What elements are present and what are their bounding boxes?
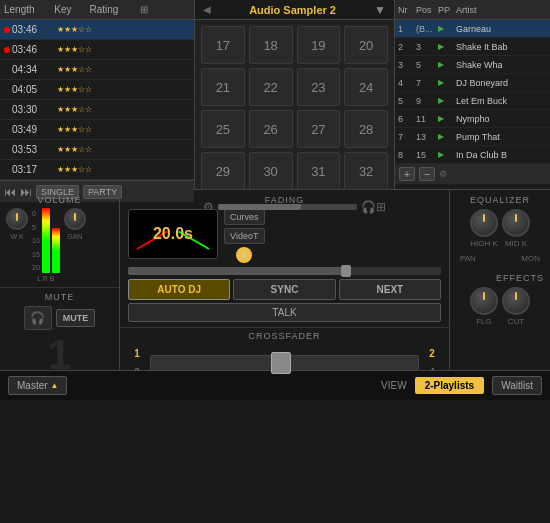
playlist-rows: 03:46 ★★★☆☆ 03:46 ★★★☆☆ 04:34 ★★★☆☆ 04:0… — [0, 20, 194, 180]
sampler-dropdown-icon[interactable]: ▼ — [374, 3, 386, 17]
videot-button[interactable]: VideoT — [224, 228, 265, 244]
fading-slider-container — [128, 267, 441, 275]
fading-slider-thumb[interactable] — [341, 265, 351, 277]
action-buttons: AUTO DJ SYNC NEXT — [128, 279, 441, 300]
cut-knob[interactable] — [502, 287, 530, 315]
active-dot — [4, 27, 10, 33]
track-pp: ▶ — [438, 96, 456, 105]
gain-knob[interactable] — [64, 208, 86, 230]
track-pp: ▶ — [438, 132, 456, 141]
talk-button[interactable]: TALK — [128, 303, 441, 322]
tracklist-panel: Nr Pos PP Artist 1 (B... ▶ Garneau 2 3 ▶… — [395, 0, 550, 189]
master-arrow-icon: ▲ — [51, 381, 59, 390]
list-item[interactable]: 8 15 ▶ In Da Club B — [395, 146, 550, 164]
track-rating: ★★★☆☆ — [57, 105, 190, 114]
auto-dj-button[interactable]: AUTO DJ — [128, 279, 230, 300]
flg-knob[interactable] — [470, 287, 498, 315]
playlists-button[interactable]: 2-Playlists — [415, 377, 484, 394]
list-item[interactable]: 03:49 ★★★☆☆ — [0, 120, 194, 140]
mute-controls: 🎧 MUTE — [6, 306, 113, 330]
playlist-panel: Length Key Rating ⊞ 03:46 ★★★☆☆ 03:46 ★★… — [0, 0, 195, 189]
list-item[interactable]: 5 9 ▶ Let Em Buck — [395, 92, 550, 110]
list-item[interactable]: 03:46 ★★★☆☆ — [0, 40, 194, 60]
sampler-cell-30[interactable]: 30 — [249, 152, 293, 190]
vu-bar-left — [42, 208, 50, 273]
sampler-cell-25[interactable]: 25 — [201, 110, 245, 148]
sampler-cell-31[interactable]: 31 — [297, 152, 341, 190]
list-item[interactable]: 03:17 ★★★☆☆ — [0, 160, 194, 180]
sampler-cell-27[interactable]: 27 — [297, 110, 341, 148]
list-item[interactable]: 1 (B... ▶ Garneau — [395, 20, 550, 38]
sampler-cell-21[interactable]: 21 — [201, 68, 245, 106]
remove-track-button[interactable]: − — [419, 167, 435, 181]
track-artist: DJ Boneyard — [456, 78, 547, 88]
tracklist-settings-icon[interactable]: ⚙ — [439, 169, 447, 179]
mid-knob[interactable] — [502, 209, 530, 237]
fading-slider-fill — [128, 267, 347, 275]
master-button[interactable]: Master ▲ — [8, 376, 67, 395]
track-pos: 15 — [416, 150, 438, 160]
high-knob[interactable] — [470, 209, 498, 237]
crossfader-track[interactable] — [150, 355, 419, 371]
sampler-cell-18[interactable]: 18 — [249, 26, 293, 64]
sampler-cell-22[interactable]: 22 — [249, 68, 293, 106]
list-item[interactable]: 03:46 ★★★☆☆ — [0, 20, 194, 40]
list-item[interactable]: 4 7 ▶ DJ Boneyard — [395, 74, 550, 92]
sampler-panel: ◀ Audio Sampler 2 ▼ 17 18 19 20 21 22 23… — [195, 0, 395, 189]
track-rating: ★★★☆☆ — [57, 85, 190, 94]
fading-slider[interactable] — [128, 267, 441, 275]
track-pos: 3 — [416, 42, 438, 52]
list-item[interactable]: 7 13 ▶ Pump That — [395, 128, 550, 146]
track-artist: Nympho — [456, 114, 547, 124]
pos-header: Pos — [416, 5, 438, 15]
list-item[interactable]: 03:53 ★★★☆☆ — [0, 140, 194, 160]
effects-label: EFFECTS — [456, 273, 544, 283]
sampler-cell-20[interactable]: 20 — [344, 26, 388, 64]
high-eq-col: HIGH K — [470, 209, 498, 248]
nr-header: Nr — [398, 5, 416, 15]
sampler-cell-23[interactable]: 23 — [297, 68, 341, 106]
sampler-cell-29[interactable]: 29 — [201, 152, 245, 190]
playlist-sort-icon[interactable]: ⊞ — [140, 4, 190, 15]
track-rating: ★★★☆☆ — [57, 25, 190, 34]
track-time: 03:46 — [12, 44, 57, 55]
add-track-button[interactable]: + — [399, 167, 415, 181]
list-item[interactable]: 04:05 ★★★☆☆ — [0, 80, 194, 100]
key-header: Key — [54, 4, 89, 15]
track-pos: 9 — [416, 96, 438, 106]
right-controls: EQUALIZER HIGH K MID K PAN MON — [450, 190, 550, 370]
sampler-cell-19[interactable]: 19 — [297, 26, 341, 64]
sampler-cell-28[interactable]: 28 — [344, 110, 388, 148]
crossfader-num1: 1 — [128, 344, 146, 362]
w-knob[interactable] — [6, 208, 28, 230]
sampler-cell-24[interactable]: 24 — [344, 68, 388, 106]
gain-label: GAN — [67, 233, 82, 240]
fading-sync-icon[interactable]: ☀ — [236, 247, 252, 263]
list-item[interactable]: 04:34 ★★★☆☆ — [0, 60, 194, 80]
crossfader-label: CROSSFADER — [128, 331, 441, 341]
sampler-cell-32[interactable]: 32 — [344, 152, 388, 190]
waitlist-button[interactable]: Waitlist — [492, 376, 542, 395]
sampler-cell-26[interactable]: 26 — [249, 110, 293, 148]
equalizer-section: EQUALIZER HIGH K MID K PAN MON — [456, 195, 544, 263]
rating-header: Rating — [89, 4, 139, 15]
track-nr: 4 — [398, 78, 416, 88]
sampler-cell-17[interactable]: 17 — [201, 26, 245, 64]
sampler-header: ◀ Audio Sampler 2 ▼ — [195, 0, 394, 20]
sampler-left-icon: ◀ — [203, 4, 211, 15]
sync-button[interactable]: SYNC — [233, 279, 335, 300]
mute-button[interactable]: MUTE — [56, 309, 96, 327]
list-item[interactable]: 03:30 ★★★☆☆ — [0, 100, 194, 120]
crossfader-thumb[interactable] — [271, 352, 291, 374]
volume-label: VOLUME — [6, 195, 113, 205]
artist-header: Artist — [456, 5, 547, 15]
track-nr: 1 — [398, 24, 416, 34]
track-artist: Shake It Bab — [456, 42, 547, 52]
track-artist: Garneau — [456, 24, 547, 34]
list-item[interactable]: 6 11 ▶ Nympho — [395, 110, 550, 128]
curves-button[interactable]: Curves — [224, 209, 265, 225]
list-item[interactable]: 2 3 ▶ Shake It Bab — [395, 38, 550, 56]
list-item[interactable]: 3 5 ▶ Shake Wha — [395, 56, 550, 74]
next-button[interactable]: NEXT — [339, 279, 441, 300]
headphone-mute-button[interactable]: 🎧 — [24, 306, 52, 330]
